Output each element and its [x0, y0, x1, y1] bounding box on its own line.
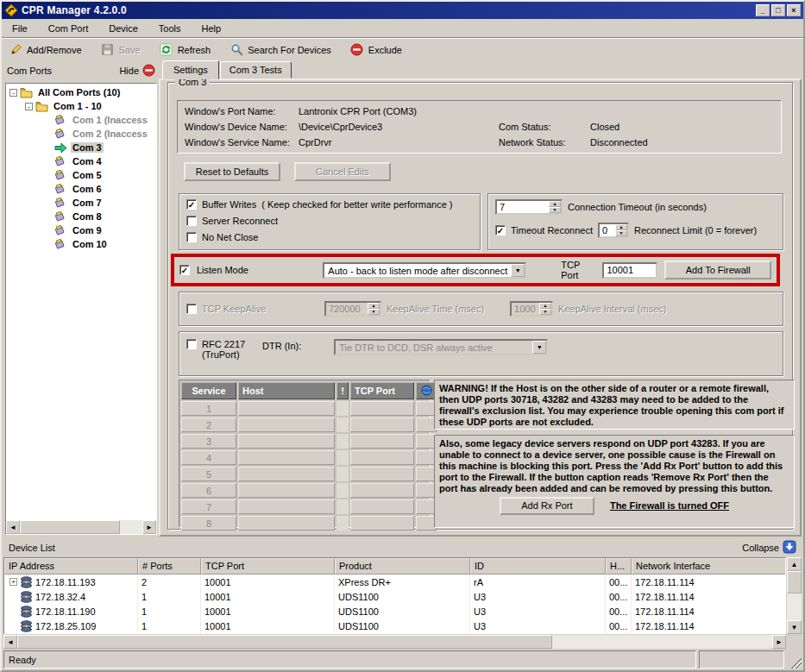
spin-down-icon[interactable]: ▼: [368, 309, 380, 315]
tree-item-com-1-10[interactable]: - Com 1 - 10: [6, 99, 156, 113]
scroll-right-icon[interactable]: ►: [142, 520, 156, 534]
col-network-interface[interactable]: Network Interface: [632, 558, 785, 575]
host-cell[interactable]: [238, 516, 335, 531]
scroll-right-icon[interactable]: ►: [772, 635, 786, 649]
resize-grip[interactable]: [789, 656, 802, 669]
dtr-dropdown[interactable]: Tie DTR to DCD, DSR always active ▼: [334, 339, 548, 355]
spin-down-icon[interactable]: ▼: [539, 309, 551, 315]
tree-item-all-com-ports[interactable]: - All Com Ports (10): [6, 85, 156, 99]
exclude-button[interactable]: Exclude: [350, 43, 402, 57]
device-row[interactable]: 172.18.25.109 1 10001 UDS1100 U3 00... 1…: [4, 619, 785, 633]
spin-up-icon[interactable]: ▲: [368, 303, 380, 309]
col-id[interactable]: ID: [470, 558, 606, 575]
tree-item-com-9[interactable]: Com 9: [6, 223, 156, 237]
menu-tools[interactable]: Tools: [154, 21, 190, 36]
service-row-number[interactable]: 5: [181, 467, 236, 481]
scrollbar-thumb[interactable]: [787, 571, 802, 593]
host-cell[interactable]: [238, 450, 335, 465]
spin-down-icon[interactable]: ▼: [615, 230, 627, 236]
spin-down-icon[interactable]: ▼: [549, 207, 561, 213]
scroll-left-icon[interactable]: ◄: [3, 635, 17, 649]
timeout-reconnect-checkbox[interactable]: ✓: [495, 225, 506, 236]
device-row[interactable]: 172.18.11.190 1 10001 UDS1100 U3 00... 1…: [4, 604, 785, 619]
tree-item-com-6[interactable]: Com 6: [6, 182, 156, 196]
no-net-close-checkbox[interactable]: [186, 232, 197, 242]
service-row-number[interactable]: 1: [181, 401, 236, 416]
menu-device[interactable]: Device: [104, 21, 147, 36]
add-to-firewall-button[interactable]: Add To Firewall: [664, 261, 771, 279]
spin-up-icon[interactable]: ▲: [615, 224, 627, 230]
tree-item-com-1[interactable]: Com 1 (Inaccess: [6, 113, 156, 127]
host-cell[interactable]: [238, 467, 335, 481]
service-row-number[interactable]: 7: [181, 499, 236, 514]
hide-panel-button[interactable]: Hide: [119, 64, 155, 79]
service-row-number[interactable]: 4: [181, 450, 236, 465]
tree-horizontal-scrollbar[interactable]: ◄ ►: [6, 520, 156, 534]
save-button[interactable]: Save: [101, 43, 141, 57]
tcp-port-input[interactable]: [602, 262, 657, 279]
tcp-port-cell[interactable]: [350, 401, 414, 416]
tree-item-com-7[interactable]: Com 7: [6, 196, 156, 210]
tab-com3-tests[interactable]: Com 3 Tests: [220, 61, 292, 79]
menu-file[interactable]: File: [7, 21, 36, 36]
chevron-down-icon[interactable]: ▼: [532, 341, 546, 354]
expand-icon[interactable]: +: [9, 578, 17, 586]
service-row-number[interactable]: 8: [181, 516, 236, 531]
maximize-button[interactable]: □: [771, 4, 785, 16]
tree-item-com-2[interactable]: Com 2 (Inaccess: [6, 127, 156, 141]
server-reconnect-checkbox[interactable]: [186, 216, 197, 226]
scroll-down-icon[interactable]: ▼: [787, 620, 802, 634]
tcp-port-cell[interactable]: [350, 499, 414, 514]
device-list-vertical-scrollbar[interactable]: ▲ ▼: [787, 557, 802, 634]
tree-item-com-4[interactable]: Com 4: [6, 154, 156, 168]
service-row-number[interactable]: 6: [181, 483, 236, 498]
host-cell[interactable]: [238, 401, 335, 416]
reset-to-defaults-button[interactable]: Reset to Defaults: [184, 162, 280, 181]
device-list-horizontal-scrollbar[interactable]: ◄ ►: [3, 635, 786, 649]
rfc2217-checkbox[interactable]: [186, 339, 197, 349]
tcp-port-cell[interactable]: [350, 483, 414, 498]
scrollbar-thumb[interactable]: [20, 520, 120, 534]
scroll-up-icon[interactable]: ▲: [787, 557, 802, 571]
device-row[interactable]: 172.18.32.4 1 10001 UDS1100 U3 00... 172…: [4, 589, 785, 604]
scrollbar-thumb[interactable]: [17, 635, 552, 649]
tcp-port-cell[interactable]: [350, 450, 414, 465]
tab-settings[interactable]: Settings: [162, 60, 219, 79]
tcp-port-cell[interactable]: [350, 516, 414, 531]
minimize-button[interactable]: _: [756, 4, 770, 16]
menu-help[interactable]: Help: [197, 21, 230, 36]
host-cell[interactable]: [238, 483, 335, 498]
buffer-writes-checkbox[interactable]: ✓: [186, 199, 197, 210]
col-ip-address[interactable]: IP Address: [4, 558, 138, 575]
col-num-ports[interactable]: # Ports: [138, 558, 201, 575]
collapse-expander-icon[interactable]: -: [9, 89, 17, 97]
scroll-left-icon[interactable]: ◄: [6, 520, 20, 534]
menu-com-port[interactable]: Com Port: [43, 21, 97, 36]
tree-item-com-8[interactable]: Com 8: [6, 210, 156, 223]
col-product[interactable]: Product: [335, 558, 470, 575]
reconnect-limit-spinner[interactable]: 0 ▲▼: [598, 223, 629, 238]
host-cell[interactable]: [238, 418, 335, 432]
listen-mode-checkbox[interactable]: ✓: [179, 265, 190, 275]
tree-item-com-3[interactable]: Com 3: [6, 141, 156, 154]
tree-item-com-10[interactable]: Com 10: [6, 237, 156, 251]
tcp-port-cell[interactable]: [350, 434, 414, 449]
col-hardware[interactable]: H...: [606, 558, 632, 575]
close-button[interactable]: ×: [787, 4, 801, 16]
keepalive-interval-spinner[interactable]: 1000 ▲▼: [510, 301, 553, 317]
host-cell[interactable]: [238, 434, 335, 449]
cancel-edits-button[interactable]: Cancel Edits: [294, 162, 391, 181]
add-remove-button[interactable]: Add/Remove: [9, 43, 82, 57]
tcp-keepalive-checkbox[interactable]: [186, 304, 197, 314]
search-for-devices-button[interactable]: Search For Devices: [230, 43, 331, 57]
device-row[interactable]: +172.18.11.193 2 10001 XPress DR+ rA 00.…: [4, 575, 785, 589]
tcp-port-cell[interactable]: [350, 467, 414, 481]
collapse-expander-icon[interactable]: -: [25, 103, 33, 110]
collapse-device-list-button[interactable]: Collapse: [742, 540, 796, 556]
tcp-port-cell[interactable]: [350, 418, 414, 432]
tree-item-com-5[interactable]: Com 5: [6, 168, 156, 182]
col-tcp-port[interactable]: TCP Port: [201, 558, 335, 575]
refresh-button[interactable]: Refresh: [160, 43, 211, 57]
service-row-number[interactable]: 2: [181, 418, 236, 432]
spin-up-icon[interactable]: ▲: [549, 201, 561, 207]
